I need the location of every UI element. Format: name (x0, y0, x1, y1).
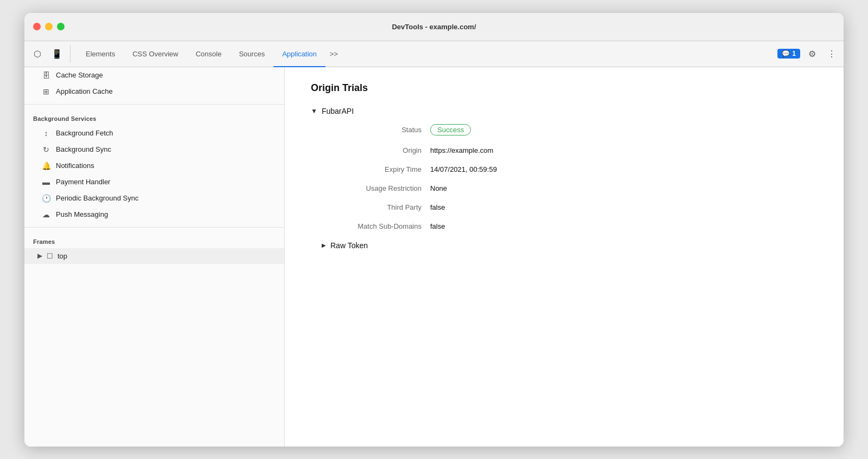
tab-elements[interactable]: Elements (77, 42, 124, 67)
sidebar: 🗄 Cache Storage ⊞ Application Cache Back… (24, 67, 285, 447)
tab-list: Elements CSS Overview Console Sources Ap… (77, 41, 775, 67)
frames-section-label: Frames (24, 232, 284, 248)
device-icon: 📱 (52, 49, 62, 59)
status-label: Status (322, 124, 430, 135)
cursor-icon-button[interactable]: ⬡ (29, 45, 46, 62)
sidebar-item-periodic-background-sync[interactable]: 🕐 Periodic Background Sync (24, 190, 284, 206)
background-services-label: Background Services (24, 109, 284, 125)
usage-restriction-label: Usage Restriction (322, 184, 430, 192)
usage-restriction-value: None (430, 184, 818, 192)
third-party-value: false (430, 203, 818, 211)
gear-icon: ⚙ (808, 49, 816, 59)
sidebar-item-background-sync[interactable]: ↻ Background Sync (24, 141, 284, 158)
sidebar-item-top[interactable]: ▶ ☐ top (24, 248, 284, 264)
chat-badge[interactable]: 💬 1 (777, 49, 800, 59)
devtools-window: DevTools - example.com/ ⬡ 📱 Elements CSS… (24, 13, 844, 447)
triangle-right-icon: ▶ (37, 252, 42, 260)
arrows-updown-icon: ↕ (42, 129, 50, 138)
sidebar-item-push-messaging[interactable]: ☁ Push Messaging (24, 206, 284, 223)
tab-css-overview[interactable]: CSS Overview (124, 42, 187, 67)
tab-more-button[interactable]: >> (326, 41, 342, 67)
main-area: 🗄 Cache Storage ⊞ Application Cache Back… (24, 67, 844, 447)
close-button[interactable] (33, 23, 41, 30)
traffic-lights (33, 23, 65, 30)
tab-console[interactable]: Console (187, 42, 231, 67)
panel-title: Origin Trials (311, 82, 818, 94)
device-toggle-button[interactable]: 📱 (48, 45, 66, 62)
status-badge: Success (430, 124, 471, 135)
toolbar-right: 💬 1 ⚙ ⋮ (777, 46, 839, 61)
api-name-row[interactable]: ▼ FubarAPI (311, 107, 818, 115)
api-chevron: ▼ (311, 107, 317, 115)
sidebar-item-payment-handler[interactable]: ▬ Payment Handler (24, 174, 284, 190)
third-party-label: Third Party (322, 203, 430, 211)
frame-box-icon: ☐ (47, 252, 53, 260)
sidebar-item-notifications[interactable]: 🔔 Notifications (24, 158, 284, 174)
detail-table: Status Success Origin https://example.co… (322, 124, 818, 230)
match-subdomains-value: false (430, 222, 818, 230)
expiry-label: Expiry Time (322, 165, 430, 173)
gear-button[interactable]: ⚙ (805, 46, 820, 61)
tab-application[interactable]: Application (273, 42, 326, 67)
expiry-value: 14/07/2021, 00:59:59 (430, 165, 818, 173)
toolbar-icon-group: ⬡ 📱 (29, 45, 71, 62)
sidebar-item-cache-storage[interactable]: 🗄 Cache Storage (24, 67, 284, 83)
sidebar-item-background-fetch[interactable]: ↕ Background Fetch (24, 125, 284, 141)
raw-token-row[interactable]: ▶ Raw Token (322, 241, 818, 250)
origin-value: https://example.com (430, 146, 818, 154)
raw-token-label: Raw Token (330, 241, 368, 250)
status-value: Success (430, 124, 818, 135)
sidebar-item-application-cache[interactable]: ⊞ Application Cache (24, 83, 284, 100)
more-menu-button[interactable]: ⋮ (824, 46, 839, 61)
match-subdomains-label: Match Sub-Domains (322, 222, 430, 230)
toolbar: ⬡ 📱 Elements CSS Overview Console Source… (24, 41, 844, 67)
api-name: FubarAPI (322, 107, 354, 115)
divider-2 (24, 227, 284, 228)
cursor-icon: ⬡ (34, 49, 41, 59)
card-icon: ▬ (42, 178, 50, 186)
maximize-button[interactable] (57, 23, 65, 30)
chat-icon: 💬 (782, 50, 790, 57)
divider-1 (24, 104, 284, 105)
grid-icon: ⊞ (42, 87, 50, 96)
cloud-icon: ☁ (42, 210, 50, 219)
api-section: ▼ FubarAPI Status Success Origin htt (311, 107, 818, 250)
origin-label: Origin (322, 146, 430, 154)
more-icon: ⋮ (827, 49, 836, 59)
database-icon: 🗄 (42, 71, 50, 80)
clock-icon: 🕐 (42, 194, 50, 203)
raw-token-chevron: ▶ (322, 242, 326, 248)
titlebar: DevTools - example.com/ (24, 13, 844, 41)
bell-icon: 🔔 (42, 161, 50, 170)
minimize-button[interactable] (45, 23, 53, 30)
window-title: DevTools - example.com/ (392, 23, 476, 31)
tab-sources[interactable]: Sources (230, 42, 273, 67)
sync-icon: ↻ (42, 145, 50, 154)
main-panel: Origin Trials ▼ FubarAPI Status Success (285, 67, 844, 447)
